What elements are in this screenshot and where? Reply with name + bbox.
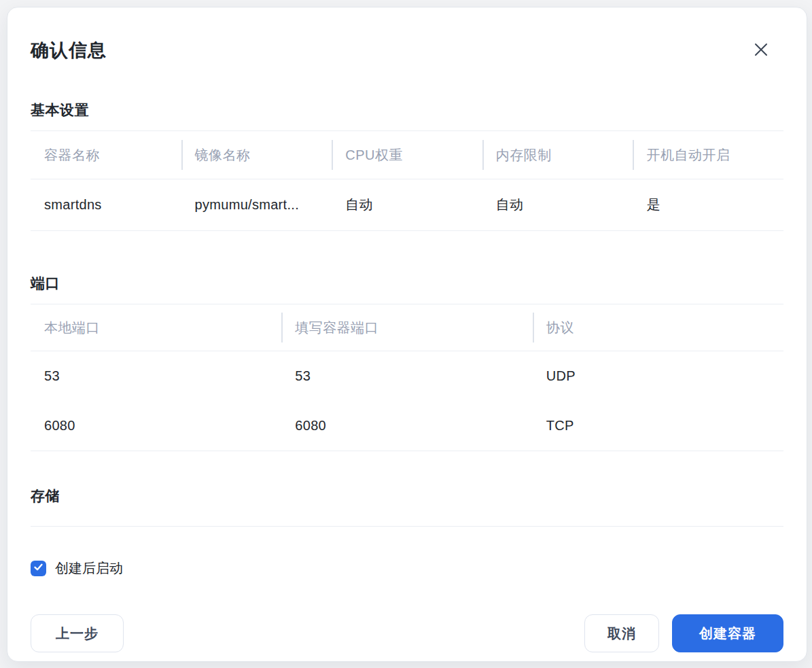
column-label: 本地端口 (44, 319, 100, 337)
section-divider (31, 526, 783, 527)
table-header-cell: 填写容器端口 (281, 304, 532, 351)
column-label: 开机自动开启 (646, 146, 730, 164)
column-divider (181, 140, 183, 170)
table-header-cell: CPU权重 (332, 131, 482, 179)
confirm-info-dialog: 确认信息 基本设置 容器名称 镜像名称 CPU权重 内存限制 开机自动开启 sm… (7, 7, 807, 662)
column-label: 填写容器端口 (295, 319, 378, 337)
dialog-footer: 上一步 取消 创建容器 (31, 614, 783, 652)
table-cell-image-name: pymumu/smart... (181, 179, 332, 230)
table-header-cell: 本地端口 (31, 304, 281, 351)
column-divider (482, 140, 484, 170)
cancel-button[interactable]: 取消 (584, 614, 659, 652)
ports-table-row: 53 53 UDP (31, 351, 783, 401)
dialog-header: 确认信息 (31, 38, 783, 63)
table-header-cell: 镜像名称 (181, 131, 332, 179)
section-heading-basic: 基本设置 (31, 101, 783, 120)
section-heading-ports: 端口 (31, 274, 783, 293)
basic-table-row: smartdns pymumu/smart... 自动 自动 是 (31, 179, 783, 231)
checkmark-icon (33, 562, 43, 575)
ports-table-row: 6080 6080 TCP (31, 401, 783, 451)
table-header-cell: 协议 (533, 304, 783, 351)
basic-table-header: 容器名称 镜像名称 CPU权重 内存限制 开机自动开启 (31, 131, 783, 179)
start-after-create-checkbox[interactable] (31, 561, 46, 576)
close-button[interactable] (751, 39, 771, 60)
create-container-button[interactable]: 创建容器 (672, 614, 783, 652)
column-divider (533, 313, 534, 342)
dialog-title: 确认信息 (31, 38, 107, 63)
ports-table-header: 本地端口 填写容器端口 协议 (31, 304, 783, 351)
column-divider (332, 140, 333, 170)
footer-actions: 取消 创建容器 (584, 614, 783, 652)
column-label: 协议 (546, 319, 574, 337)
table-cell-autostart: 是 (633, 179, 783, 230)
close-icon (754, 49, 769, 59)
table-cell-container-port: 6080 (281, 401, 532, 451)
table-cell-protocol: TCP (533, 401, 783, 451)
table-cell-local-port: 6080 (31, 401, 281, 451)
column-label: 镜像名称 (195, 146, 251, 164)
column-divider (633, 140, 634, 170)
column-label: CPU权重 (345, 146, 403, 164)
column-divider (281, 313, 283, 342)
table-cell-container-name: smartdns (31, 179, 181, 230)
column-label: 内存限制 (496, 146, 552, 164)
back-button[interactable]: 上一步 (31, 614, 124, 652)
ports-table-body: 53 53 UDP 6080 6080 TCP (31, 351, 783, 451)
checkbox-label: 创建后启动 (55, 559, 123, 578)
column-label: 容器名称 (44, 146, 100, 164)
start-after-create-option[interactable]: 创建后启动 (31, 559, 783, 578)
table-cell-memory-limit: 自动 (482, 179, 633, 230)
table-cell-local-port: 53 (31, 351, 281, 401)
table-header-cell: 容器名称 (31, 131, 181, 179)
section-heading-storage: 存储 (31, 487, 783, 506)
table-cell-protocol: UDP (533, 351, 783, 401)
table-header-cell: 开机自动开启 (633, 131, 783, 179)
table-header-cell: 内存限制 (482, 131, 633, 179)
table-cell-container-port: 53 (281, 351, 532, 401)
table-cell-cpu-weight: 自动 (332, 179, 482, 230)
